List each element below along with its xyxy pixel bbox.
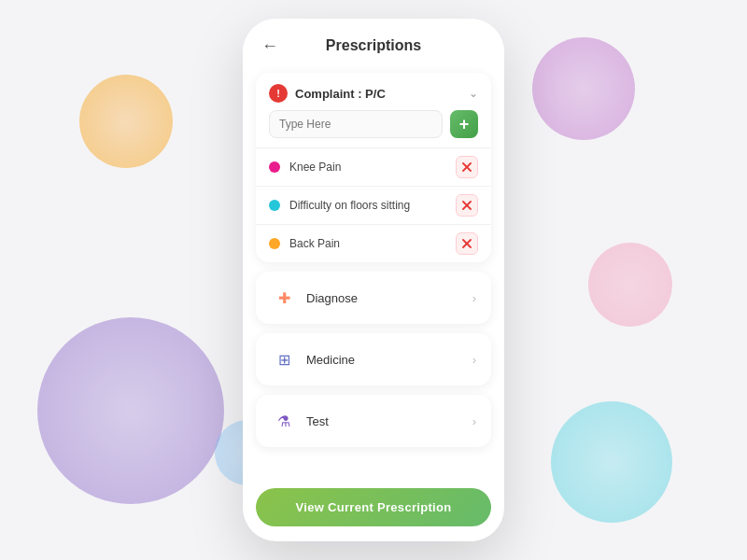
complaint-input-row: + xyxy=(256,110,491,147)
phone-frame: ← Prescriptions ! Complaint : P/C ⌄ + xyxy=(243,19,504,541)
blob-purple-top xyxy=(532,37,635,140)
diagnose-chevron-right-icon: › xyxy=(472,291,476,305)
complaint-card: ! Complaint : P/C ⌄ + Knee Pain xyxy=(256,73,491,262)
bottom-btn-container: View Current Prescription xyxy=(243,479,504,541)
test-chevron-right-icon: › xyxy=(472,414,476,428)
complaint-label: Complaint : P/C xyxy=(295,87,386,101)
medicine-icon: ⊞ xyxy=(271,346,297,372)
complaint-icon: ! xyxy=(269,84,288,103)
remove-back-pain-button[interactable] xyxy=(456,232,478,255)
test-section[interactable]: ⚗ Test › xyxy=(256,395,491,447)
back-pain-label: Back Pain xyxy=(289,237,340,250)
difficulty-label: Difficulty on floors sitting xyxy=(289,199,410,212)
view-prescription-button[interactable]: View Current Prescription xyxy=(256,488,491,526)
diagnose-icon: ✚ xyxy=(271,285,297,311)
test-label: Test xyxy=(306,414,329,428)
back-pain-dot xyxy=(269,238,280,249)
medicine-section[interactable]: ⊞ Medicine › xyxy=(256,333,491,385)
phone-header: ← Prescriptions xyxy=(243,19,504,65)
add-complaint-button[interactable]: + xyxy=(450,110,478,138)
page-title: Prescriptions xyxy=(326,37,421,54)
knee-pain-dot xyxy=(269,161,280,173)
complaint-item-difficulty: Difficulty on floors sitting xyxy=(256,186,491,224)
diagnose-label: Diagnose xyxy=(306,291,358,305)
blob-pink xyxy=(588,243,672,327)
back-button[interactable]: ← xyxy=(261,36,278,56)
complaint-item-back-pain: Back Pain xyxy=(256,224,491,262)
test-icon: ⚗ xyxy=(271,408,297,434)
complaint-type-input[interactable] xyxy=(269,110,443,138)
blob-purple-large xyxy=(37,317,224,504)
complaint-chevron-down-icon[interactable]: ⌄ xyxy=(469,87,478,100)
complaint-header: ! Complaint : P/C ⌄ xyxy=(256,73,491,110)
difficulty-dot xyxy=(269,200,280,211)
remove-knee-pain-button[interactable] xyxy=(456,156,478,178)
diagnose-section[interactable]: ✚ Diagnose › xyxy=(256,272,491,324)
complaint-item-knee-pain: Knee Pain xyxy=(256,147,491,186)
blob-teal xyxy=(551,401,672,523)
phone-content: ! Complaint : P/C ⌄ + Knee Pain xyxy=(243,65,504,479)
medicine-chevron-right-icon: › xyxy=(472,353,476,367)
remove-difficulty-button[interactable] xyxy=(456,194,478,217)
blob-orange xyxy=(79,75,173,168)
knee-pain-label: Knee Pain xyxy=(289,161,341,174)
medicine-label: Medicine xyxy=(306,353,355,367)
